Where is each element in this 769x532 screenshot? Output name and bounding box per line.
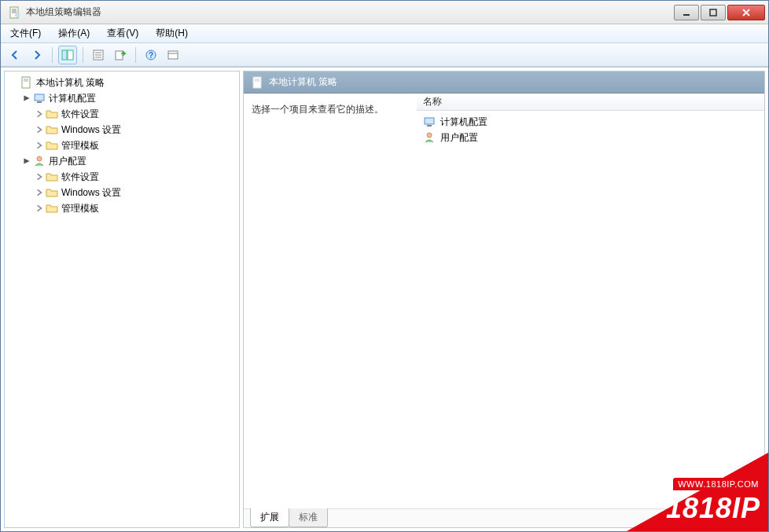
svg-rect-30 bbox=[427, 125, 432, 127]
app-icon bbox=[9, 6, 21, 19]
help-button[interactable]: ? bbox=[142, 46, 160, 64]
export-button[interactable] bbox=[111, 46, 130, 64]
list-item-label: 计算机配置 bbox=[440, 116, 488, 129]
user-icon bbox=[423, 131, 436, 144]
svg-rect-29 bbox=[425, 118, 434, 124]
minimize-button[interactable] bbox=[674, 5, 699, 20]
svg-rect-15 bbox=[116, 51, 123, 60]
folder-icon bbox=[46, 108, 58, 120]
close-button[interactable] bbox=[727, 5, 765, 20]
svg-rect-26 bbox=[253, 77, 261, 88]
blank-icon bbox=[9, 78, 19, 87]
show-hide-tree-button[interactable] bbox=[58, 46, 77, 64]
list-item-computer[interactable]: 计算机配置 bbox=[417, 114, 764, 130]
properties-button[interactable] bbox=[89, 46, 108, 64]
expand-arrow-icon[interactable] bbox=[35, 141, 44, 150]
menubar: 文件(F) 操作(A) 查看(V) 帮助(H) bbox=[1, 24, 768, 43]
tree-label: 管理模板 bbox=[61, 202, 99, 215]
tree-label: 管理模板 bbox=[61, 139, 99, 152]
tree-admin-templates[interactable]: 管理模板 bbox=[6, 138, 237, 153]
tree-label: 本地计算机 策略 bbox=[36, 76, 105, 90]
tree-label: 软件设置 bbox=[61, 108, 99, 121]
svg-point-25 bbox=[37, 156, 42, 161]
svg-point-4 bbox=[15, 13, 20, 17]
tree-panel: 本地计算机 策略 计算机配置 软件设置 Windows 设置 bbox=[4, 71, 240, 528]
watermark-brand: 1818IP bbox=[666, 492, 760, 525]
policy-tree: 本地计算机 策略 计算机配置 软件设置 Windows 设置 bbox=[5, 72, 239, 219]
tree-software-settings[interactable]: 软件设置 bbox=[6, 169, 237, 185]
collapse-arrow-icon[interactable] bbox=[22, 94, 31, 103]
watermark-url: WWW.1818IP.COM bbox=[673, 478, 763, 490]
toolbar-separator bbox=[135, 47, 136, 63]
expand-arrow-icon[interactable] bbox=[35, 204, 44, 213]
titlebar: 本地组策略编辑器 bbox=[1, 1, 768, 24]
menu-action[interactable]: 操作(A) bbox=[53, 25, 94, 42]
tab-extended[interactable]: 扩展 bbox=[250, 508, 289, 527]
toolbar-separator bbox=[83, 47, 83, 63]
menu-help[interactable]: 帮助(H) bbox=[151, 25, 193, 42]
tree-user-config[interactable]: 用户配置 bbox=[6, 153, 237, 169]
folder-icon bbox=[46, 139, 58, 152]
expand-arrow-icon[interactable] bbox=[35, 109, 44, 119]
maximize-button[interactable] bbox=[701, 5, 726, 20]
filter-button[interactable] bbox=[164, 46, 182, 64]
expand-arrow-icon[interactable] bbox=[35, 188, 44, 197]
tree-label: 软件设置 bbox=[61, 171, 99, 184]
description-text: 选择一个项目来查看它的描述。 bbox=[252, 103, 408, 116]
expand-arrow-icon[interactable] bbox=[35, 172, 44, 182]
svg-rect-9 bbox=[62, 50, 67, 60]
description-column: 选择一个项目来查看它的描述。 bbox=[244, 94, 417, 508]
tree-computer-config[interactable]: 计算机配置 bbox=[6, 90, 237, 106]
list-item-label: 用户配置 bbox=[440, 131, 478, 145]
list-item-user[interactable]: 用户配置 bbox=[417, 130, 764, 145]
detail-body: 选择一个项目来查看它的描述。 名称 计算机配置 用户配置 bbox=[244, 94, 764, 508]
menu-file[interactable]: 文件(F) bbox=[6, 25, 46, 42]
svg-point-31 bbox=[427, 133, 432, 138]
tree-software-settings[interactable]: 软件设置 bbox=[6, 106, 237, 122]
svg-rect-10 bbox=[68, 50, 73, 60]
detail-header: 本地计算机 策略 bbox=[244, 72, 764, 94]
svg-rect-20 bbox=[22, 77, 30, 88]
svg-rect-24 bbox=[37, 101, 42, 103]
window-controls bbox=[672, 5, 765, 20]
column-header-label: 名称 bbox=[423, 95, 442, 108]
tree-label: 计算机配置 bbox=[49, 92, 96, 105]
tree-windows-settings[interactable]: Windows 设置 bbox=[6, 185, 237, 200]
list-header-name[interactable]: 名称 bbox=[417, 94, 764, 111]
back-button[interactable] bbox=[6, 46, 24, 64]
expand-arrow-icon[interactable] bbox=[35, 125, 44, 134]
tree-admin-templates[interactable]: 管理模板 bbox=[6, 200, 237, 216]
svg-rect-23 bbox=[35, 94, 44, 101]
computer-icon bbox=[33, 92, 46, 105]
tree-windows-settings[interactable]: Windows 设置 bbox=[6, 122, 237, 138]
svg-rect-18 bbox=[168, 51, 178, 59]
tree-label: Windows 设置 bbox=[61, 186, 121, 200]
folder-icon bbox=[46, 171, 58, 183]
tree-root[interactable]: 本地计算机 策略 bbox=[6, 75, 237, 90]
tab-standard[interactable]: 标准 bbox=[289, 508, 328, 527]
folder-icon bbox=[46, 123, 58, 136]
toolbar-separator bbox=[52, 47, 53, 63]
detail-title: 本地计算机 策略 bbox=[269, 75, 337, 89]
tree-label: Windows 设置 bbox=[61, 123, 121, 137]
menu-view[interactable]: 查看(V) bbox=[102, 25, 143, 42]
document-icon bbox=[252, 76, 264, 89]
window-title: 本地组策略编辑器 bbox=[26, 6, 672, 19]
folder-icon bbox=[46, 186, 58, 199]
list-body: 计算机配置 用户配置 bbox=[417, 111, 764, 508]
document-icon bbox=[20, 76, 33, 89]
user-icon bbox=[33, 155, 46, 167]
collapse-arrow-icon[interactable] bbox=[22, 156, 31, 166]
tree-label: 用户配置 bbox=[49, 155, 86, 168]
svg-rect-6 bbox=[710, 9, 716, 16]
computer-icon bbox=[423, 116, 436, 128]
svg-text:?: ? bbox=[149, 51, 153, 60]
app-window: 本地组策略编辑器 文件(F) 操作(A) 查看(V) 帮助(H) ? bbox=[0, 0, 769, 532]
toolbar: ? bbox=[1, 43, 768, 67]
forward-button[interactable] bbox=[28, 46, 46, 64]
folder-icon bbox=[46, 202, 58, 215]
list-column: 名称 计算机配置 用户配置 bbox=[417, 94, 764, 508]
